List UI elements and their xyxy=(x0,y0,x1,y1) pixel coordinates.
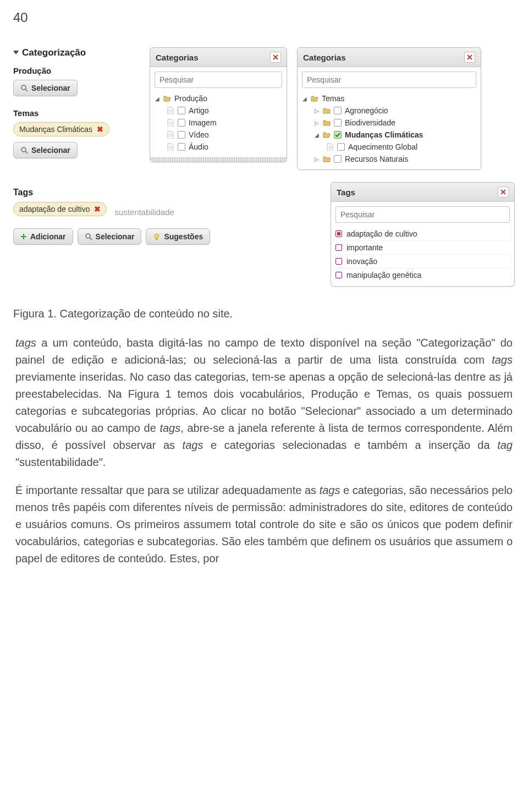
adicionar-button[interactable]: Adicionar xyxy=(13,228,73,245)
panel-title: Categorias xyxy=(303,53,346,62)
folder-open-icon xyxy=(311,95,318,102)
selected-tema-text: Mudanças Climáticas xyxy=(19,125,92,134)
search-input[interactable] xyxy=(336,206,510,223)
tree-label: Recursos Naturais xyxy=(345,155,408,163)
bulb-icon xyxy=(153,233,161,240)
checkbox[interactable] xyxy=(336,244,342,251)
tags-label: Tags xyxy=(13,188,288,197)
categorias-producao-panel: Categorias ◢ Produção A xyxy=(150,47,287,162)
file-icon xyxy=(167,119,174,127)
tag-label: importante xyxy=(346,243,383,252)
checkbox-checked[interactable] xyxy=(336,231,342,237)
tree-label: Mudanças Climáticas xyxy=(345,130,423,139)
tree-label: Biodiversidade xyxy=(345,118,395,127)
tree-label: Imagem xyxy=(189,118,217,127)
checkbox[interactable] xyxy=(178,107,185,114)
expand-icon[interactable]: ▷ xyxy=(314,120,320,126)
collapse-icon xyxy=(13,47,19,58)
temas-selecionar-button[interactable]: Selecionar xyxy=(13,142,78,158)
remove-tema-icon[interactable]: ✖ xyxy=(97,125,103,134)
checkbox[interactable] xyxy=(334,107,342,114)
checkbox[interactable] xyxy=(334,155,342,163)
tree-item-mudancas[interactable]: ◢ Mudanças Climáticas xyxy=(302,129,476,141)
plus-icon xyxy=(20,233,27,240)
categorization-sidebar: Categorização Produção Selecionar Temas … xyxy=(13,47,140,158)
tree-root-producao[interactable]: ◢ Produção xyxy=(155,92,282,105)
folder-open-icon xyxy=(163,95,171,102)
folder-open-icon xyxy=(323,131,331,139)
expand-icon[interactable]: ▷ xyxy=(314,108,320,114)
tree-label: Aquecimento Global xyxy=(348,142,417,151)
search-input[interactable] xyxy=(155,72,282,88)
tree-item-aquecimento[interactable]: Aquecimento Global xyxy=(302,141,476,153)
tag-label: inovação xyxy=(346,257,377,266)
selecionar-label: Selecionar xyxy=(31,84,70,92)
expand-icon[interactable]: ◢ xyxy=(302,96,307,102)
tags-input-ghost[interactable]: sustentabilidade xyxy=(114,207,174,217)
checkbox[interactable] xyxy=(178,131,185,139)
close-button[interactable] xyxy=(270,52,281,63)
search-icon xyxy=(20,84,28,92)
search-icon xyxy=(85,233,92,240)
tree-label: Artigo xyxy=(189,106,209,115)
btn-label: Sugestões xyxy=(164,232,203,241)
tag-option-inovacao[interactable]: inovação xyxy=(336,254,510,268)
expand-icon[interactable]: ◢ xyxy=(314,132,320,138)
checkbox[interactable] xyxy=(336,272,342,278)
file-icon xyxy=(167,107,174,114)
tree-item-audio[interactable]: Áudio xyxy=(155,141,282,153)
close-button[interactable] xyxy=(464,52,475,63)
folder-icon xyxy=(323,119,331,127)
tag-option-adaptacao[interactable]: adaptação de cultivo xyxy=(336,227,510,240)
body-paragraph-2: É importante ressaltar que para se utili… xyxy=(0,471,528,567)
tree-item-agronegocio[interactable]: ▷ Agronegócio xyxy=(302,105,476,117)
tree-item-biodiversidade[interactable]: ▷ Biodiversidade xyxy=(302,117,476,129)
panel-title: Categorias xyxy=(156,53,199,62)
tags-selecionar-button[interactable]: Selecionar xyxy=(78,228,142,245)
resize-handle[interactable] xyxy=(150,157,287,162)
body-paragraph-1: tags a um conteúdo, basta digitá-las no … xyxy=(0,323,528,471)
file-icon xyxy=(167,143,174,151)
checkbox[interactable] xyxy=(337,143,345,151)
tag-option-importante[interactable]: importante xyxy=(336,240,510,254)
tags-panel: Tags adaptação de cultivo importante xyxy=(331,182,515,287)
btn-label: Selecionar xyxy=(96,232,135,241)
expand-icon[interactable]: ◢ xyxy=(155,96,160,102)
close-button[interactable] xyxy=(498,186,509,197)
search-input[interactable] xyxy=(302,72,476,88)
tree-label: Áudio xyxy=(189,142,208,151)
tag-label: manipulação genética xyxy=(346,271,421,279)
tag-option-manipulacao[interactable]: manipulação genética xyxy=(336,268,510,282)
tree-label: Produção xyxy=(174,94,207,103)
producao-selecionar-button[interactable]: Selecionar xyxy=(13,80,78,96)
figure-caption: Figura 1. Categorização de conteúdo no s… xyxy=(0,294,528,323)
remove-tag-icon[interactable]: ✖ xyxy=(94,205,101,213)
checkbox[interactable] xyxy=(178,143,185,151)
search-icon xyxy=(20,146,28,154)
expand-icon[interactable]: ▷ xyxy=(314,156,320,162)
tree-root-temas[interactable]: ◢ Temas xyxy=(302,92,476,105)
sugestoes-button[interactable]: Sugestões xyxy=(146,228,210,245)
tree: ◢ Produção Artigo Imagem xyxy=(155,92,282,153)
panel-title: Tags xyxy=(337,188,355,197)
checkbox[interactable] xyxy=(334,119,342,127)
tag-label: adaptação de cultivo xyxy=(346,229,417,238)
categorias-temas-panel: Categorias ◢ Temas ▷ xyxy=(297,47,481,170)
checkbox-checked[interactable] xyxy=(334,131,342,139)
file-icon xyxy=(326,143,334,151)
tree-item-imagem[interactable]: Imagem xyxy=(155,117,282,129)
tree-item-artigo[interactable]: Artigo xyxy=(155,105,282,117)
checkbox[interactable] xyxy=(178,119,185,127)
tree-item-recursos[interactable]: ▷ Recursos Naturais xyxy=(302,153,476,165)
categorization-title-row[interactable]: Categorização xyxy=(13,47,140,58)
tree-label: Vídeo xyxy=(189,130,209,139)
checkbox[interactable] xyxy=(336,258,342,265)
panel-header: Categorias xyxy=(298,48,481,67)
page-number: 40 xyxy=(0,0,528,47)
selected-tema-pill[interactable]: Mudanças Climáticas ✖ xyxy=(13,122,109,136)
selected-tag-pill[interactable]: adaptação de cultivo ✖ xyxy=(13,202,107,216)
tree-label: Temas xyxy=(322,94,344,103)
selecionar-label: Selecionar xyxy=(31,146,70,155)
tree: ◢ Temas ▷ Agronegócio ▷ xyxy=(302,92,476,165)
tree-item-video[interactable]: Vídeo xyxy=(155,129,282,141)
